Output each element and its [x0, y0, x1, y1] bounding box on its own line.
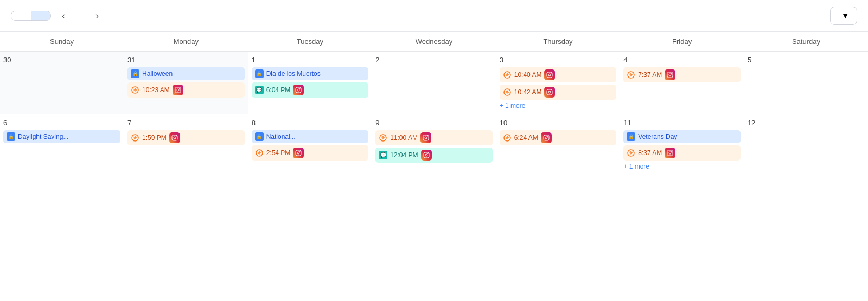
- instagram-icon: [293, 148, 304, 158]
- week-view-button[interactable]: [11, 11, 31, 20]
- svg-rect-28: [667, 72, 673, 78]
- calendar-day: 47:37 AM: [620, 52, 744, 114]
- lock-icon: 🔒: [255, 132, 264, 141]
- day-header-friday: Friday: [620, 32, 744, 52]
- more-events-link[interactable]: + 1 more: [500, 102, 617, 110]
- calendar-day: 30: [0, 52, 124, 114]
- svg-point-37: [176, 136, 177, 137]
- calendar-day: 8🔒National...2:54 PM: [248, 114, 372, 175]
- calendar-event[interactable]: 10:23 AM: [127, 82, 245, 98]
- calendar-event[interactable]: 2:54 PM: [252, 145, 369, 161]
- day-number: 4: [623, 56, 741, 64]
- day-number: 9: [375, 119, 493, 127]
- svg-rect-7: [296, 87, 301, 93]
- clock-icon: [255, 149, 264, 157]
- today-button[interactable]: [76, 14, 85, 18]
- svg-rect-4: [175, 87, 181, 93]
- instagram-icon: [173, 85, 183, 95]
- calendar-week: 6🔒Daylight Saving...71:59 PM8🔒National..…: [0, 114, 868, 175]
- clock-icon: [503, 133, 512, 142]
- svg-rect-21: [547, 89, 552, 95]
- day-header-wednesday: Wednesday: [372, 32, 496, 52]
- day-header-monday: Monday: [124, 32, 248, 52]
- calendar-event[interactable]: 🔒Daylight Saving...: [3, 130, 120, 143]
- svg-point-68: [671, 151, 672, 152]
- svg-point-30: [671, 73, 672, 74]
- calendar-day: 71:59 PM: [124, 114, 248, 175]
- calendar-day: 5: [744, 52, 868, 114]
- day-number: 5: [748, 56, 865, 64]
- svg-rect-66: [667, 150, 673, 156]
- calendar-event[interactable]: 🔒Halloween: [127, 67, 245, 80]
- chevron-down-icon: ▼: [841, 11, 849, 20]
- next-button[interactable]: ›: [91, 8, 103, 24]
- content-type-button[interactable]: ▼: [830, 7, 857, 25]
- svg-point-50: [425, 137, 427, 139]
- instagram-icon: [293, 85, 304, 95]
- calendar-event[interactable]: 8:37 AM: [623, 145, 741, 161]
- clock-icon: [503, 71, 512, 79]
- calendar-day: 1🔒Dia de los Muertos💬6:04 PM: [248, 52, 372, 114]
- svg-point-16: [551, 73, 552, 74]
- calendar-event[interactable]: 10:40 AM: [500, 67, 617, 82]
- day-number: 7: [127, 119, 245, 127]
- instagram-icon: [169, 132, 180, 143]
- day-number: 11: [623, 119, 741, 127]
- calendar-day: 31🔒Halloween10:23 AM: [124, 52, 248, 114]
- day-number: 6: [3, 119, 120, 127]
- svg-point-61: [547, 136, 548, 137]
- svg-point-9: [299, 88, 301, 89]
- calendar-day: 11🔒Veterans Day8:37 AM+ 1 more: [620, 114, 744, 175]
- day-number: 1: [252, 56, 369, 64]
- calendar-event[interactable]: 7:37 AM: [623, 67, 741, 82]
- day-header-thursday: Thursday: [496, 32, 620, 52]
- svg-point-6: [179, 88, 180, 89]
- svg-point-51: [427, 136, 428, 137]
- svg-point-36: [174, 137, 176, 139]
- prev-button[interactable]: ‹: [58, 8, 69, 24]
- event-label: 7:37 AM: [638, 71, 662, 79]
- calendar-event[interactable]: 🔒National...: [252, 130, 369, 143]
- calendar-event[interactable]: 🔒Veterans Day: [623, 130, 741, 143]
- lock-icon: 🔒: [255, 69, 264, 78]
- calendar-event[interactable]: 10:42 AM: [500, 85, 617, 100]
- chat-icon: 💬: [255, 86, 264, 94]
- chat-icon: 💬: [379, 151, 387, 159]
- calendar-day: 2: [372, 52, 496, 114]
- day-number: 3: [500, 56, 617, 64]
- more-events-link[interactable]: + 1 more: [623, 163, 741, 170]
- calendar-event[interactable]: 💬12:04 PM: [375, 148, 493, 163]
- svg-point-54: [427, 153, 429, 155]
- event-label: 10:42 AM: [514, 88, 542, 96]
- day-number: 12: [748, 119, 865, 127]
- svg-rect-14: [547, 72, 552, 78]
- calendar-event[interactable]: 💬6:04 PM: [252, 82, 369, 98]
- month-view-button[interactable]: [31, 11, 50, 20]
- svg-rect-42: [296, 150, 301, 156]
- day-number: 2: [375, 56, 493, 64]
- day-header-tuesday: Tuesday: [248, 32, 372, 52]
- calendar-event[interactable]: 6:24 AM: [500, 130, 617, 145]
- calendar-event[interactable]: 🔒Dia de los Muertos: [252, 67, 369, 80]
- calendar-week: 3031🔒Halloween10:23 AM1🔒Dia de los Muert…: [0, 52, 868, 114]
- calendar-event[interactable]: 1:59 PM: [127, 130, 245, 145]
- event-label: 8:37 AM: [638, 149, 662, 157]
- calendar-day: 106:24 AM: [496, 114, 620, 175]
- svg-point-29: [669, 74, 671, 76]
- svg-point-15: [548, 74, 551, 76]
- clock-icon: [627, 149, 635, 157]
- event-label: 10:40 AM: [514, 71, 542, 79]
- instagram-icon: [665, 148, 675, 158]
- svg-point-53: [425, 154, 427, 156]
- lock-icon: 🔒: [627, 132, 635, 141]
- lock-icon: 🔒: [7, 132, 15, 141]
- svg-rect-59: [544, 135, 549, 140]
- clock-icon: [503, 88, 512, 97]
- lock-icon: 🔒: [131, 69, 139, 78]
- calendar-event[interactable]: 11:00 AM: [375, 130, 493, 145]
- event-label: Veterans Day: [638, 133, 677, 140]
- event-label: 6:04 PM: [266, 86, 291, 94]
- instagram-icon: [544, 87, 555, 98]
- clock-icon: [131, 133, 139, 142]
- svg-rect-35: [172, 135, 177, 140]
